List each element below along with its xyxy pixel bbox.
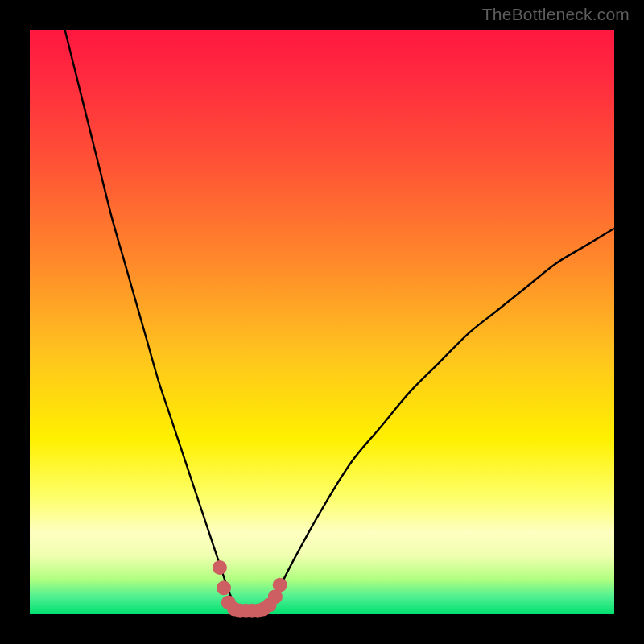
bottleneck-curve (65, 30, 614, 615)
watermark-text: TheBottleneck.com (482, 5, 630, 24)
valley-marker (217, 580, 231, 595)
valley-marker (213, 560, 227, 575)
chart-frame: TheBottleneck.com (0, 0, 644, 644)
valley-marker-group (213, 560, 287, 618)
plot-area (30, 30, 614, 614)
valley-marker (273, 578, 287, 592)
chart-svg (30, 30, 614, 614)
